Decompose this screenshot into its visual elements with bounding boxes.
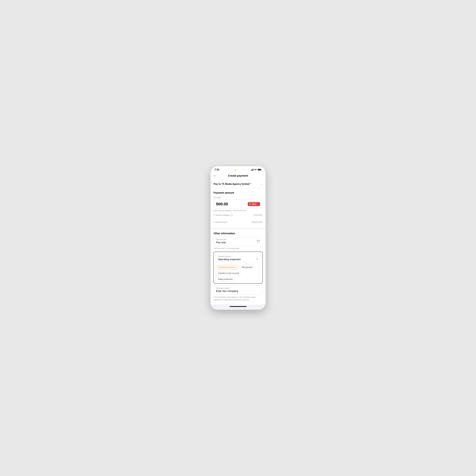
chip-transfer-own-account[interactable]: Transfer to own account — [216, 271, 242, 275]
dot-icon — [214, 215, 215, 216]
currency-code: HKD — [252, 203, 256, 205]
chip-salary-expenses[interactable]: Salary expenses — [216, 277, 235, 281]
info-letter: i — [232, 214, 232, 216]
payment-reasons-value: Operating expenses — [218, 258, 258, 261]
phone-frame: 7:33 🌙 ← Creat — [211, 166, 266, 310]
message-to-payee-value: Elsie Von Company — [216, 290, 260, 293]
page-title: Create payment — [213, 174, 263, 177]
message-to-payee-field[interactable]: Message to payee Elsie Von Company — [214, 286, 262, 295]
debit-amount-label-group: Debit amount — [214, 221, 227, 223]
message-to-payee-section: Message to payee Elsie Von Company This … — [214, 286, 262, 301]
pay-to-label: Pay to "K Media Agency limited " — [214, 183, 251, 186]
reasons-chips-container: Operating expenses Bill payment Transfer… — [216, 265, 260, 281]
currency-chevron-icon: ⌄ — [257, 203, 259, 205]
payment-reasons-wrapper: Payment reasons Operating expenses ⌄ Ope… — [213, 252, 263, 284]
reasons-chevron-icon: ⌄ — [256, 257, 258, 260]
status-icons — [251, 169, 262, 171]
moon-icon: 🌙 — [234, 168, 237, 171]
other-info-title: Other information — [214, 232, 262, 235]
payment-amount-title: Payment amount — [214, 191, 262, 194]
pay-to-row[interactable]: Pay to "K Media Agency limited " ⌄ — [211, 180, 266, 188]
svg-rect-2 — [261, 170, 261, 170]
status-bar: 7:33 🌙 — [211, 166, 266, 172]
payment-reasons-dropdown[interactable]: Payment reasons Operating expenses ⌄ — [216, 254, 260, 263]
payment-date-label: Payment date — [216, 238, 260, 240]
debit-amount-value: 508.00 HKD — [252, 221, 262, 223]
time-limit-text: 00Time limit: 0–1 working days — [214, 247, 262, 249]
amount-value: 500.00 — [216, 202, 228, 206]
message-to-payee-label: Message to payee — [216, 287, 260, 289]
main-content: Pay to "K Media Agency limited " ⌄ Payme… — [211, 180, 266, 304]
svg-rect-3 — [257, 240, 260, 242]
hk-flag-icon: ✿ — [249, 203, 251, 205]
service-charges-label: Service charges — [216, 214, 230, 216]
service-charges-label-group: Service charges i — [214, 214, 233, 216]
service-charges-value: 8.00 HKD — [254, 214, 262, 216]
calendar-icon — [257, 239, 260, 244]
currency-selector[interactable]: ✿ HKD ⌄ — [248, 202, 260, 206]
battery-icon — [258, 169, 262, 171]
wifi-icon — [254, 169, 257, 171]
info-icon[interactable]: i — [231, 214, 233, 216]
chip-bill-payment[interactable]: Bill payment — [239, 265, 255, 270]
message-hint: This information may appear on the recip… — [214, 296, 262, 301]
chip-operating-expenses[interactable]: Operating expenses — [216, 265, 238, 270]
svg-rect-1 — [258, 169, 261, 170]
debit-amount-row: Debit amount 508.00 HKD — [214, 221, 262, 223]
back-button[interactable]: ← — [213, 174, 217, 178]
dot-icon-2 — [214, 221, 215, 223]
signal-bars-icon — [251, 169, 254, 171]
payment-reasons-label: Payment reasons — [218, 255, 258, 257]
other-info-section: Other information Payment date Pay now 0… — [211, 229, 266, 304]
you-pay-label: You pay — [214, 196, 262, 199]
pay-to-chevron-icon: ⌄ — [260, 183, 262, 186]
payment-amount-section: Payment amount You pay 500.00 ✿ HKD ⌄ HK… — [211, 188, 266, 228]
header: ← Create payment — [211, 172, 266, 180]
home-indicator — [211, 305, 266, 310]
debit-amount-label: Debit amount — [216, 221, 227, 223]
payment-date-value: Pay now — [216, 241, 260, 244]
payment-date-field[interactable]: Payment date Pay now — [214, 237, 262, 246]
status-time: 7:33 — [215, 168, 219, 171]
service-charges-row: Service charges i 8.00 HKD — [214, 214, 262, 216]
home-bar — [230, 306, 247, 307]
account-balance: HKD Account balance : 876776.00 HKD — [214, 210, 262, 212]
amount-input-row[interactable]: 500.00 ✿ HKD ⌄ — [214, 200, 262, 208]
